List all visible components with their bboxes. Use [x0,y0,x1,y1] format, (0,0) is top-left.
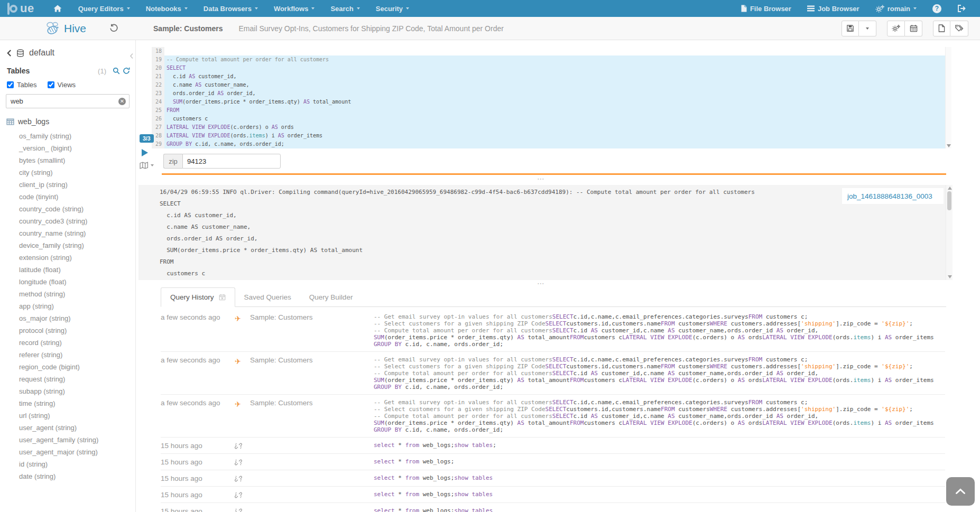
column-item[interactable]: country_code (string) [0,203,135,215]
nav-menu-notebooks[interactable]: Notebooks [138,0,196,17]
column-item[interactable]: record (string) [0,337,135,349]
code-line-22[interactable]: 22 c.name AS customer_name, [152,81,945,89]
history-row[interactable]: 15 hours agoselect * from web_logs;show … [161,503,945,512]
column-item[interactable]: referer (string) [0,349,135,361]
tab-query-history[interactable]: Query History [161,287,235,307]
history-row[interactable]: a few seconds ago✈Sample: Customers-- Ge… [161,395,945,437]
code-content[interactable]: SELECT [164,64,945,72]
code-content[interactable]: FROM [164,106,945,115]
column-item[interactable]: os_major (string) [0,312,135,324]
code-line-20[interactable]: 20SELECT [152,64,945,72]
code-line-25[interactable]: 25FROM [152,106,945,115]
table-filter-input[interactable] [6,94,130,108]
column-item[interactable]: user_agent_major (string) [0,446,135,458]
scroll-up-icon[interactable] [948,187,952,190]
settings-button[interactable] [887,21,905,36]
code-content[interactable]: ords.order_id AS order_id, [164,89,945,98]
history-row[interactable]: 15 hours agoselect * from web_logs;show … [161,470,945,487]
code-content[interactable]: LATERAL VIEW EXPLODE(c.orders) o AS ords [164,123,945,132]
column-item[interactable]: method (string) [0,288,135,300]
history-row[interactable]: 15 hours agoselect * from web_logs;show … [161,487,945,503]
calendar-x-icon[interactable] [219,294,226,301]
column-item[interactable]: request (string) [0,373,135,385]
nav-menu-query-editors[interactable]: Query Editors [70,0,138,17]
nav-help[interactable]: ? [924,0,949,17]
code-content[interactable]: c.name AS customer_name, [164,81,945,89]
history-row[interactable]: 15 hours agoselect * from web_logs; [161,454,945,470]
views-checkbox[interactable] [48,81,54,88]
nav-menu-workflows[interactable]: Workflows [266,0,323,17]
code-line-29[interactable]: 29GROUP BY c.id, c.name, ords.order_id; [152,140,945,148]
scroll-down-icon[interactable] [948,275,952,278]
code-line-26[interactable]: 26 customers c [152,115,945,123]
code-line-27[interactable]: 27LATERAL VIEW EXPLODE(c.orders) o AS or… [152,123,945,132]
code-line-28[interactable]: 28LATERAL VIEW EXPLODE(ords.items) i AS … [152,132,945,140]
column-item[interactable]: app (string) [0,300,135,312]
code-content[interactable]: LATERAL VIEW EXPLODE(ords.items) i AS or… [164,132,945,140]
column-item[interactable]: subapp (string) [0,385,135,397]
scroll-to-top-button[interactable] [946,477,975,506]
nav-menu-security[interactable]: Security [368,0,417,17]
job-link[interactable]: job_1461888648136_0003 [847,192,932,200]
column-item[interactable]: bytes (smallint) [0,154,135,166]
app-name[interactable]: Hive [64,22,86,35]
schedule-button[interactable] [905,21,922,36]
column-item[interactable]: code (tinyint) [0,191,135,203]
database-name[interactable]: default [29,48,54,58]
column-item[interactable]: date (string) [0,470,135,482]
column-item[interactable]: country_name (string) [0,227,135,239]
column-item[interactable]: latitude (float) [0,264,135,276]
refresh-icon[interactable] [123,67,130,75]
column-item[interactable]: region_code (bigint) [0,361,135,373]
column-item[interactable]: url (string) [0,409,135,422]
nav-user-menu[interactable]: romain [867,0,924,17]
code-content[interactable] [164,47,945,55]
column-item[interactable]: country_code3 (string) [0,215,135,227]
document-title[interactable]: Sample: Customers [153,24,223,33]
code-line-21[interactable]: 21 c.id AS customer_id, [152,72,945,81]
nav-job-browser[interactable]: Job Browser [799,0,867,17]
save-button[interactable] [842,21,859,36]
search-icon[interactable] [113,67,120,75]
nav-menu-search[interactable]: Search [322,0,367,17]
visual-explain-button[interactable] [140,162,154,169]
history-row[interactable]: a few seconds ago✈Sample: Customers-- Ge… [161,352,945,395]
column-item[interactable]: os_family (string) [0,130,135,142]
clear-filter-icon[interactable]: ✕ [118,98,126,105]
code-line-18[interactable]: 18 [152,47,945,55]
column-item[interactable]: extension (string) [0,252,135,264]
code-line-23[interactable]: 23 ords.order_id AS order_id, [152,89,945,98]
sql-editor[interactable]: 1819-- Compute total amount per order fo… [152,47,945,148]
scrollbar-thumb[interactable] [947,191,951,210]
execute-query-button[interactable] [142,149,148,156]
code-line-19[interactable]: 19-- Compute total amount per order for … [152,55,945,64]
tab-query-builder[interactable]: Query Builder [300,288,362,306]
column-item[interactable]: _version_ (bigint) [0,142,135,154]
code-content[interactable]: SUM(order_items.price * order_items.qty)… [164,98,945,106]
filter-views-checkbox[interactable]: Views [48,81,76,89]
nav-sign-out[interactable] [949,0,974,17]
column-item[interactable]: longitude (float) [0,276,135,288]
query-history-icon[interactable] [109,24,118,33]
nav-menu-data-browsers[interactable]: Data Browsers [196,0,266,17]
column-item[interactable]: city (string) [0,166,135,179]
tab-saved-queries[interactable]: Saved Queries [235,288,300,306]
scroll-down-icon[interactable] [947,144,951,147]
history-row[interactable]: a few seconds ago✈Sample: Customers-- Ge… [161,309,945,352]
code-content[interactable]: customers c [164,115,945,123]
hue-logo[interactable]: ue [10,3,34,14]
back-chevron-icon[interactable] [7,50,12,57]
column-item[interactable]: time (string) [0,397,135,409]
column-item[interactable]: id (string) [0,458,135,470]
log-scrollbar[interactable] [946,185,953,280]
variable-value-input[interactable] [182,154,281,169]
table-item-web-logs[interactable]: web_logs [6,117,135,126]
column-item[interactable]: device_family (string) [0,239,135,252]
code-content[interactable]: c.id AS customer_id, [164,72,945,81]
home-button[interactable] [45,0,70,17]
save-dropdown-button[interactable] [859,21,876,36]
column-item[interactable]: user_agent_family (string) [0,434,135,446]
code-content[interactable]: GROUP BY c.id, c.name, ords.order_id; [164,140,945,148]
panel-collapse-icon[interactable] [130,53,134,59]
column-item[interactable]: protocol (string) [0,324,135,337]
